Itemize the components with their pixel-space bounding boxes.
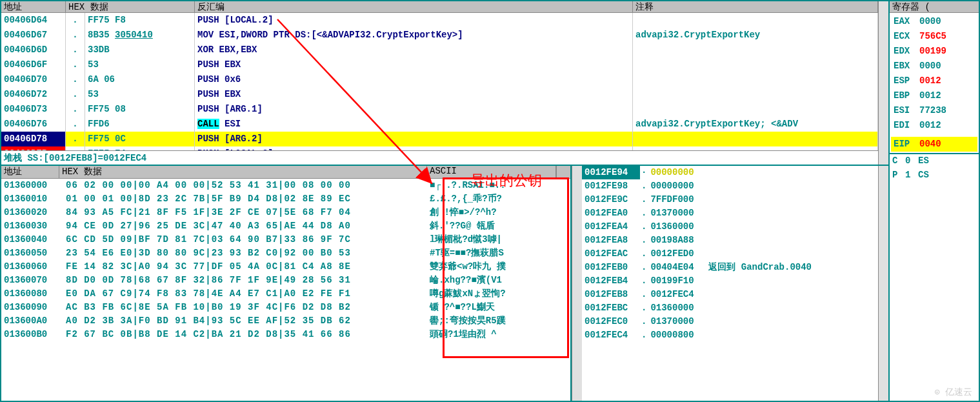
watermark: ⊙ 亿速云 xyxy=(934,387,972,398)
disasm-marker: . xyxy=(66,117,85,132)
register-eip[interactable]: EIP 0040 xyxy=(891,137,977,152)
flag-row[interactable]: C0 ES xyxy=(892,156,976,170)
disasm-scrollbar[interactable] xyxy=(878,1,888,165)
flag-row[interactable]: P1 CS xyxy=(892,170,976,184)
stack-row[interactable]: 0012FEC0.01370000 xyxy=(582,315,878,328)
disasm-comment: advapi32.CryptExportKey; <&ADV xyxy=(633,117,878,132)
disasm-marker: . xyxy=(66,87,85,102)
stack-value: 00198A88 xyxy=(648,234,706,247)
disasm-row[interactable]: 00406D76.FFD6CALL ESIadvapi32.CryptExpor… xyxy=(1,117,878,132)
header-comment: 注释 xyxy=(633,1,878,12)
stack-row[interactable]: 0012FEAC.0012FED0 xyxy=(582,247,878,261)
register-name: EDI xyxy=(894,118,919,133)
register-value: 0012 xyxy=(919,88,941,103)
stack-row[interactable]: 0012FEA0.01370000 xyxy=(582,206,878,220)
register-value: 77238 xyxy=(919,103,946,118)
disasm-row[interactable]: 00406D6F.53PUSH EBX xyxy=(1,57,878,72)
stack-row[interactable]: 0012FEB8.0012FEC4 xyxy=(582,288,878,301)
stack-comment xyxy=(706,247,878,261)
register-value: 0012 xyxy=(919,118,941,133)
dump-address: 01360050 xyxy=(1,246,59,260)
dump-row[interactable]: 01360080E0 DA 67 C9|74 F8 83 78|4E A4 E7… xyxy=(1,287,570,301)
disasm-row[interactable]: 00406D67.8B35 3050410MOV ESI,DWORD PTR D… xyxy=(1,28,878,43)
dump-ascii: 雙弃爺<w?咔九 撲 xyxy=(427,260,556,274)
disasm-address: 00406D6F xyxy=(1,57,66,72)
disasm-address: 00406D72 xyxy=(1,87,66,102)
disasm-comment xyxy=(633,132,878,146)
register-value: 00199 xyxy=(919,44,946,59)
registers-panel[interactable]: 寄存器 ( EAX0000ECX756C5EDX00199EBX0000ESP0… xyxy=(890,0,980,402)
disasm-address: 00406D64 xyxy=(1,13,66,28)
dump-row[interactable]: 0136002084 93 A5 FC|21 8F F5 1F|3E 2F CE… xyxy=(1,206,570,219)
dump-row[interactable]: 013600406C CD 5D 09|BF 7D 81 7C|03 64 90… xyxy=(1,233,570,246)
dump-header-ascii: ASCII xyxy=(427,166,556,178)
disasm-marker: . xyxy=(66,28,85,43)
stack-address: 0012FEA0 xyxy=(582,206,640,220)
stack-comment xyxy=(706,274,878,288)
dump-hex: 23 54 E6 E0|3D 80 80 9C|23 93 B2 C0|92 0… xyxy=(59,246,427,260)
disasm-marker: . xyxy=(66,132,85,146)
stack-row[interactable]: 0012FEA4.01360000 xyxy=(582,220,878,234)
stack-scrollbar[interactable] xyxy=(878,166,888,401)
dump-scrollbar[interactable] xyxy=(572,166,582,401)
disasm-row[interactable]: 00406D78.FF75 0CPUSH [ARG.2] xyxy=(1,132,878,146)
stack-row[interactable]: 0012FE98.00000000 xyxy=(582,179,878,193)
stack-row[interactable]: 0012FEA8.00198A88 xyxy=(582,234,878,247)
stack-row[interactable]: 0012FE9C.7FFDF000 xyxy=(582,193,878,206)
stack-value: 7FFDF000 xyxy=(648,193,706,206)
disasm-comment xyxy=(633,102,878,117)
memory-dump-panel[interactable]: 地址 HEX 数据 ASCII 0136000006 02 00 00|00 A… xyxy=(1,166,572,401)
register-row[interactable]: ECX756C5 xyxy=(891,29,977,44)
dump-hex: 01 00 01 00|8D 23 2C 7B|5F B9 D4 D8|02 8… xyxy=(59,192,427,206)
dump-row[interactable]: 01360060FE 14 82 3C|A0 94 3C 77|DF 05 4A… xyxy=(1,260,570,274)
disasm-hex: FF75 F8 xyxy=(85,13,195,28)
dump-header-hex: HEX 数据 xyxy=(59,166,427,178)
stack-row[interactable]: 0012FEC4.00000800 xyxy=(582,328,878,342)
stack-panel[interactable]: 0012FE94·000000000012FE98.000000000012FE… xyxy=(582,166,888,401)
register-row[interactable]: EBP0012 xyxy=(891,88,977,103)
stack-row[interactable]: 0012FE94·00000000 xyxy=(582,166,878,179)
stack-value: 00000800 xyxy=(648,328,706,342)
disasm-comment xyxy=(633,43,878,57)
disasm-address: 00406D67 xyxy=(1,28,66,43)
register-name: EAX xyxy=(894,14,919,29)
dump-row[interactable]: 0136005023 54 E6 E0|3D 80 80 9C|23 93 B2… xyxy=(1,246,570,260)
disasm-marker: . xyxy=(66,102,85,117)
disasm-row[interactable]: 00406D70.6A 06PUSH 0x6 xyxy=(1,72,878,87)
dump-row[interactable]: 013600B0F2 67 BC 0B|B8 DE 14 C2|BA 21 D2… xyxy=(1,328,570,341)
stack-value: 00000000 xyxy=(648,179,706,193)
register-value: 0000 xyxy=(919,14,941,29)
dump-row[interactable]: 013600708D D0 0D 78|68 67 8F 32|86 7F 1F… xyxy=(1,274,570,287)
disasm-row[interactable]: 00406D64.FF75 F8PUSH [LOCAL.2] xyxy=(1,13,878,28)
disasm-hex: 53 xyxy=(85,57,195,72)
dump-ascii: 嚳;:弯按按旲R5蹼 xyxy=(427,314,556,328)
register-row[interactable]: EDI0012 xyxy=(891,118,977,133)
disasm-comment xyxy=(633,72,878,87)
dump-address: 013600B0 xyxy=(1,328,59,341)
dump-hex: FE 14 82 3C|A0 94 3C 77|DF 05 4A 0C|81 C… xyxy=(59,260,427,274)
register-row[interactable]: ESP0012 xyxy=(891,74,977,88)
disasm-row[interactable]: 00406D73.FF75 08PUSH [ARG.1] xyxy=(1,102,878,117)
disassembly-panel[interactable]: 地址 HEX 数据 反汇编 注释 00406D64.FF75 F8PUSH [L… xyxy=(1,1,878,165)
stack-comment xyxy=(706,166,878,179)
stack-row[interactable]: 0012FEB4.00199F10 xyxy=(582,274,878,288)
disasm-instruction: PUSH [ARG.1] xyxy=(195,102,633,117)
disasm-marker: . xyxy=(66,43,85,57)
dump-ascii: 崘.xhg??■濱(V1 xyxy=(427,274,556,287)
stack-row[interactable]: 0012FEB0.00404E04返回到 GandCrab.0040 xyxy=(582,261,878,274)
dump-row[interactable]: 0136000006 02 00 00|00 A4 00 00|52 53 41… xyxy=(1,179,570,192)
dump-hex: A0 D2 3B 3A|F0 BD 91 B4|93 5C EE AF|52 3… xyxy=(59,314,427,328)
register-row[interactable]: EDX00199 xyxy=(891,44,977,59)
disasm-row[interactable]: 00406D6D.33DBXOR EBX,EBX xyxy=(1,43,878,57)
register-row[interactable]: ESI77238 xyxy=(891,103,977,118)
dump-row[interactable]: 013600A0A0 D2 3B 3A|F0 BD 91 B4|93 5C EE… xyxy=(1,314,570,328)
register-row[interactable]: EBX0000 xyxy=(891,59,977,74)
disasm-row[interactable]: 00406D72.53PUSH EBX xyxy=(1,87,878,102)
dump-row[interactable]: 01360090AC B3 FB 6C|8E 5A FB 10|B0 19 3F… xyxy=(1,301,570,314)
dump-row[interactable]: 0136003094 CE 0D 27|96 25 DE 3C|47 40 A3… xyxy=(1,219,570,233)
register-name: ESP xyxy=(894,74,919,88)
register-row[interactable]: EAX0000 xyxy=(891,14,977,29)
stack-row[interactable]: 0012FEBC.01360000 xyxy=(582,301,878,315)
disasm-instruction: MOV ESI,DWORD PTR DS:[<&ADVAPI32.CryptEx… xyxy=(195,28,633,43)
dump-row[interactable]: 0136001001 00 01 00|8D 23 2C 7B|5F B9 D4… xyxy=(1,192,570,206)
